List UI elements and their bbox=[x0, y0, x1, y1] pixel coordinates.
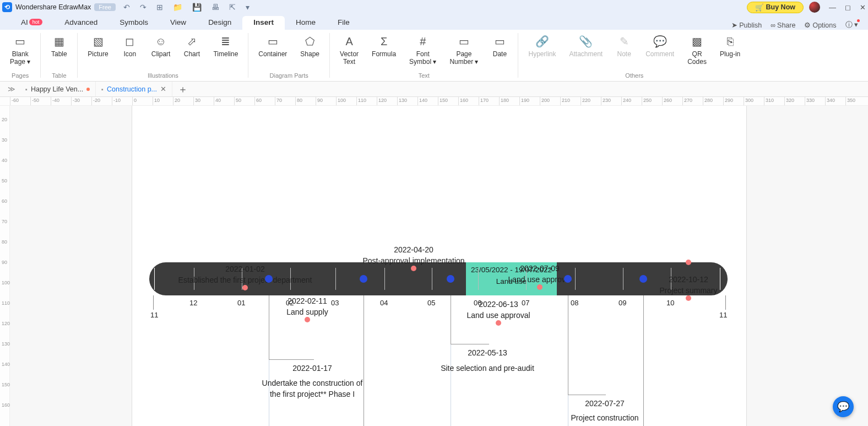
ruler-tick: 320 bbox=[784, 97, 785, 105]
menu-view[interactable]: View bbox=[159, 16, 197, 30]
minimize-button[interactable]: — bbox=[829, 3, 836, 12]
event-marker[interactable] bbox=[686, 260, 691, 265]
event-marker[interactable] bbox=[305, 317, 310, 322]
save-icon[interactable]: 💾 bbox=[192, 3, 202, 12]
ribbon-date[interactable]: ▭Date bbox=[487, 32, 512, 71]
event-marker[interactable] bbox=[686, 295, 691, 301]
user-avatar[interactable] bbox=[809, 2, 820, 13]
menu-advanced[interactable]: Advanced bbox=[53, 16, 109, 30]
file-icon: ▪ bbox=[25, 86, 28, 93]
ruler-tick: 140 bbox=[417, 97, 418, 105]
menu-insert[interactable]: Insert bbox=[242, 16, 285, 30]
ribbon-group-diagram-parts: ▭Container⬠ShapeDiagram Parts bbox=[248, 30, 329, 81]
file-icon: ▪ bbox=[101, 86, 104, 93]
qat-more-icon[interactable]: ▾ bbox=[246, 3, 249, 12]
close-button[interactable]: ✕ bbox=[860, 3, 866, 12]
help-button[interactable]: ⓘ ▾ bbox=[845, 20, 858, 30]
comment-icon: 💬 bbox=[653, 34, 667, 48]
ruler-tick: 170 bbox=[479, 97, 479, 105]
export-icon[interactable]: ⇱ bbox=[229, 3, 236, 12]
canvas[interactable]: 2030405060708090100110120130140150160 23… bbox=[0, 106, 868, 426]
tabs-scroll-icon[interactable]: ≫ bbox=[3, 85, 20, 93]
table-icon: ▦ bbox=[52, 34, 66, 48]
event-text: Project summary bbox=[650, 286, 727, 295]
date-icon: ▭ bbox=[492, 34, 507, 48]
open-icon[interactable]: 📁 bbox=[173, 3, 182, 12]
ruler-tick: 300 bbox=[744, 97, 744, 105]
chart-label: Chart bbox=[184, 51, 200, 58]
event-text: Undertake the construction of bbox=[262, 379, 363, 387]
gear-icon: ⚙ bbox=[804, 21, 811, 29]
undo-icon[interactable]: ↶ bbox=[123, 3, 130, 12]
event-marker[interactable] bbox=[537, 284, 542, 290]
maximize-button[interactable]: ◻ bbox=[845, 3, 851, 12]
ribbon-picture[interactable]: ▧Picture bbox=[83, 32, 112, 71]
doc-tab-happy[interactable]: ▪Happy Life Ven... bbox=[20, 82, 96, 96]
publish-button[interactable]: ➤Publish bbox=[731, 21, 762, 29]
milestone-marker[interactable] bbox=[447, 275, 454, 283]
shape-label: Shape bbox=[300, 51, 319, 58]
menu-symbols[interactable]: Symbols bbox=[109, 16, 159, 30]
ribbon-table[interactable]: ▦Table bbox=[46, 32, 72, 71]
share-button[interactable]: ∞Share bbox=[771, 21, 795, 29]
ribbon-container[interactable]: ▭Container bbox=[254, 32, 291, 71]
new-tab-button[interactable]: ＋ bbox=[172, 83, 193, 96]
buy-now-button[interactable]: 🛒 Buy Now bbox=[747, 2, 804, 13]
new-icon[interactable]: ⊞ bbox=[156, 3, 163, 12]
main-menu: AIhotAdvancedSymbolsViewDesignInsertHome… bbox=[0, 14, 868, 30]
icon-icon: ◻ bbox=[123, 34, 137, 48]
free-badge: Free bbox=[94, 3, 116, 11]
ruler-tick: 70 bbox=[275, 97, 275, 105]
app-name: Wondershare EdrawMax bbox=[15, 3, 91, 11]
document-tabs: ≫ ▪Happy Life Ven...▪Construction p...✕＋ bbox=[0, 82, 868, 97]
milestone-marker[interactable] bbox=[360, 275, 367, 283]
print-icon[interactable]: 🖶 bbox=[211, 3, 219, 12]
clipart-icon: ☺ bbox=[154, 34, 168, 48]
ribbon-formula[interactable]: ΣFormula bbox=[367, 32, 400, 71]
menu-design[interactable]: Design bbox=[197, 16, 242, 30]
ribbon-timeline[interactable]: ≣Timeline bbox=[209, 32, 242, 71]
month-label: 10 bbox=[666, 299, 674, 307]
ribbon-plugin[interactable]: ⎘Plug-in bbox=[715, 32, 745, 71]
ribbon-icon[interactable]: ◻Icon bbox=[117, 32, 143, 71]
ribbon-attachment: 📎Attachment bbox=[565, 32, 607, 71]
ribbon-comment: 💬Comment bbox=[641, 32, 679, 71]
ribbon-vector-text[interactable]: AVectorText bbox=[335, 32, 363, 71]
event-marker[interactable] bbox=[242, 285, 248, 290]
ruler-tick: -20 bbox=[91, 97, 92, 105]
ribbon-blank-page[interactable]: ▭BlankPage ▾ bbox=[6, 32, 35, 71]
menu-file[interactable]: File bbox=[327, 16, 361, 30]
close-tab-icon[interactable]: ✕ bbox=[160, 85, 166, 93]
milestone-marker[interactable] bbox=[265, 275, 273, 283]
event-text: Site selection and pre-audit bbox=[441, 364, 534, 373]
menu-home[interactable]: Home bbox=[285, 16, 327, 30]
ribbon-shape[interactable]: ⬠Shape bbox=[296, 32, 324, 71]
milestone-marker[interactable] bbox=[639, 275, 647, 283]
ruler-tick: 0 bbox=[132, 97, 133, 105]
group-label: Diagram Parts bbox=[270, 71, 308, 80]
ribbon-qr[interactable]: ▩QRCodes bbox=[683, 32, 711, 71]
formula-label: Formula bbox=[372, 51, 396, 58]
ribbon-page-number[interactable]: ▭PageNumber ▾ bbox=[445, 32, 482, 71]
milestone-marker[interactable] bbox=[564, 275, 572, 283]
ribbon-group-text: AVectorTextΣFormula#FontSymbol ▾▭PageNum… bbox=[330, 30, 518, 81]
options-button[interactable]: ⚙Options bbox=[804, 21, 836, 29]
ruler-tick: 350 bbox=[845, 97, 846, 105]
redo-icon[interactable]: ↷ bbox=[140, 3, 147, 12]
track-tick bbox=[335, 268, 336, 290]
event-marker[interactable] bbox=[411, 266, 416, 271]
ruler-tick: 270 bbox=[682, 97, 683, 105]
event-marker[interactable] bbox=[496, 320, 501, 326]
ribbon-chart[interactable]: ⬀Chart bbox=[179, 32, 204, 71]
doc-tab-construction[interactable]: ▪Construction p...✕ bbox=[96, 82, 172, 96]
ribbon-font-symbol[interactable]: #FontSymbol ▾ bbox=[405, 32, 441, 71]
chat-fab[interactable]: 💬 bbox=[833, 396, 854, 417]
menu-ai[interactable]: AIhot bbox=[10, 16, 53, 30]
ribbon-note: ✎Note bbox=[611, 32, 637, 71]
hyperlink-label: Hyperlink bbox=[528, 51, 556, 58]
ribbon-clipart[interactable]: ☺Clipart bbox=[147, 32, 175, 71]
ruler-tick: 30 bbox=[193, 97, 194, 105]
window-controls: — ◻ ✕ bbox=[829, 3, 866, 12]
doc-tab-label: Happy Life Ven... bbox=[31, 85, 83, 93]
ruler-tick: -30 bbox=[71, 97, 72, 105]
